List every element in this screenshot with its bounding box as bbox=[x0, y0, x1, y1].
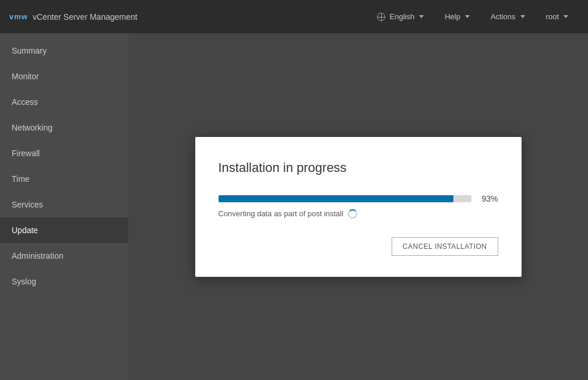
sidebar-item-services[interactable]: Services bbox=[0, 192, 128, 217]
progress-track bbox=[219, 195, 471, 202]
help-label: Help bbox=[445, 12, 460, 21]
language-chevron-icon bbox=[419, 15, 424, 18]
sidebar-label-time: Time bbox=[12, 174, 30, 184]
status-text: Converting data as part of post install bbox=[219, 209, 344, 218]
globe-icon bbox=[377, 13, 385, 21]
user-label: root bbox=[546, 12, 559, 21]
sidebar-item-networking[interactable]: Networking bbox=[0, 115, 128, 140]
sidebar-label-administration: Administration bbox=[12, 251, 64, 261]
brand: vmw vCenter Server Management bbox=[9, 12, 367, 22]
progress-fill bbox=[219, 195, 454, 202]
sidebar-label-services: Services bbox=[12, 200, 43, 209]
sidebar: Summary Monitor Access Networking Firewa… bbox=[0, 33, 128, 380]
progress-row: 93% bbox=[219, 194, 498, 203]
modal-title: Installation in progress bbox=[219, 160, 498, 175]
sidebar-label-firewall: Firewall bbox=[12, 149, 40, 158]
help-chevron-icon bbox=[465, 15, 470, 18]
sidebar-label-networking: Networking bbox=[12, 123, 52, 132]
modal-overlay: Installation in progress 93% Converting … bbox=[128, 33, 588, 380]
sidebar-label-monitor: Monitor bbox=[12, 72, 39, 81]
help-menu[interactable]: Help bbox=[434, 0, 480, 33]
progress-percent: 93% bbox=[477, 194, 498, 203]
topnav: English Help Actions root bbox=[367, 0, 579, 33]
sidebar-item-update[interactable]: Update bbox=[0, 217, 128, 243]
main-layout: Summary Monitor Access Networking Firewa… bbox=[0, 33, 588, 380]
brand-title: vCenter Server Management bbox=[33, 12, 138, 22]
sidebar-item-summary[interactable]: Summary bbox=[0, 38, 128, 64]
sidebar-item-syslog[interactable]: Syslog bbox=[0, 269, 128, 294]
sidebar-label-update: Update bbox=[12, 226, 38, 235]
topbar: vmw vCenter Server Management English He… bbox=[0, 0, 588, 33]
actions-label: Actions bbox=[491, 12, 516, 21]
language-menu[interactable]: English bbox=[367, 0, 435, 33]
sidebar-item-time[interactable]: Time bbox=[0, 166, 128, 192]
user-menu[interactable]: root bbox=[536, 0, 579, 33]
sidebar-item-access[interactable]: Access bbox=[0, 89, 128, 115]
brand-vmw: vmw bbox=[9, 12, 28, 21]
main-content: Installation in progress 93% Converting … bbox=[128, 33, 588, 380]
installation-progress-modal: Installation in progress 93% Converting … bbox=[195, 137, 522, 277]
sidebar-item-administration[interactable]: Administration bbox=[0, 243, 128, 269]
user-chevron-icon bbox=[564, 15, 568, 18]
actions-chevron-icon bbox=[520, 15, 525, 18]
loading-spinner bbox=[348, 209, 357, 219]
sidebar-item-monitor[interactable]: Monitor bbox=[0, 64, 128, 89]
status-row: Converting data as part of post install bbox=[219, 209, 498, 219]
actions-menu[interactable]: Actions bbox=[480, 0, 536, 33]
language-label: English bbox=[390, 12, 415, 21]
cancel-installation-button[interactable]: CANCEL INSTALLATION bbox=[392, 237, 498, 256]
sidebar-item-firewall[interactable]: Firewall bbox=[0, 140, 128, 166]
sidebar-label-summary: Summary bbox=[12, 46, 47, 55]
sidebar-label-access: Access bbox=[12, 97, 38, 107]
modal-footer: CANCEL INSTALLATION bbox=[219, 237, 498, 256]
sidebar-label-syslog: Syslog bbox=[12, 277, 36, 286]
